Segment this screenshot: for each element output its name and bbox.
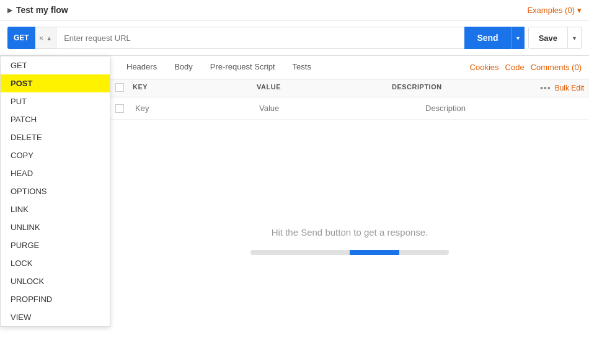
key-input[interactable] bbox=[133, 100, 257, 117]
main-area: GETPOSTPUTPATCHDELETECOPYHEADOPTIONSLINK… bbox=[0, 56, 589, 362]
comments-button[interactable]: Comments (0) bbox=[531, 63, 582, 72]
dropdown-item-copy[interactable]: COPY bbox=[1, 146, 110, 164]
response-progress-bar bbox=[250, 250, 449, 255]
url-input[interactable] bbox=[56, 27, 464, 49]
method-dropdown-controls: × ▲ bbox=[35, 27, 57, 49]
more-options-icon[interactable]: ••• bbox=[540, 83, 551, 93]
progress-center bbox=[350, 250, 399, 255]
send-dropdown-button[interactable]: ▾ bbox=[511, 27, 525, 49]
value-cell bbox=[257, 100, 423, 117]
examples-button[interactable]: Examples (0) ▾ bbox=[527, 6, 582, 15]
save-caret-icon: ▾ bbox=[573, 35, 576, 42]
progress-right bbox=[399, 250, 449, 255]
expand-arrow-icon[interactable]: ▶ bbox=[7, 6, 12, 14]
dropdown-item-patch[interactable]: PATCH bbox=[1, 110, 110, 128]
key-column-header: KEY bbox=[133, 83, 257, 93]
row-checkbox-cell bbox=[110, 104, 133, 113]
tab-pre-request-script[interactable]: Pre-request Script bbox=[202, 56, 284, 79]
header: ▶ Test my flow Examples (0) ▾ bbox=[0, 0, 589, 20]
select-all-checkbox[interactable] bbox=[115, 83, 124, 92]
progress-left bbox=[250, 250, 350, 255]
dropdown-item-put[interactable]: PUT bbox=[1, 92, 110, 110]
bulk-edit-button[interactable]: Bulk Edit bbox=[555, 84, 584, 92]
dropdown-item-unlink[interactable]: UNLINK bbox=[1, 218, 110, 236]
examples-caret-icon: ▾ bbox=[577, 6, 582, 15]
dropdown-item-link[interactable]: LINK bbox=[1, 200, 110, 218]
method-dropdown-menu: GETPOSTPUTPATCHDELETECOPYHEADOPTIONSLINK… bbox=[0, 56, 110, 327]
dropdown-item-options[interactable]: OPTIONS bbox=[1, 182, 110, 200]
save-group: Save ▾ bbox=[528, 27, 582, 49]
save-button[interactable]: Save bbox=[528, 27, 568, 49]
header-checkbox-cell bbox=[110, 83, 133, 93]
dropdown-item-post[interactable]: POST bbox=[1, 74, 110, 92]
row-checkbox[interactable] bbox=[115, 104, 124, 113]
method-button[interactable]: GET bbox=[7, 27, 35, 49]
cookies-button[interactable]: Cookies bbox=[470, 63, 499, 72]
code-button[interactable]: Code bbox=[505, 63, 525, 72]
method-label: GET bbox=[14, 33, 29, 42]
send-caret-icon: ▾ bbox=[516, 35, 520, 42]
key-cell bbox=[133, 100, 257, 117]
dropdown-item-purge[interactable]: PURGE bbox=[1, 236, 110, 254]
dropdown-item-get[interactable]: GET bbox=[1, 56, 110, 74]
send-button[interactable]: Send bbox=[464, 27, 510, 49]
page-title: Test my flow bbox=[16, 5, 527, 15]
examples-label: Examples (0) bbox=[527, 6, 575, 15]
description-cell bbox=[423, 100, 589, 117]
value-column-header: VALUE bbox=[257, 83, 392, 93]
description-input[interactable] bbox=[423, 100, 589, 117]
response-area: Hit the Send button to get a response. bbox=[110, 120, 589, 362]
tab-headers[interactable]: Headers bbox=[118, 56, 166, 79]
dropdown-item-propfind[interactable]: PROPFIND bbox=[1, 290, 110, 308]
value-input[interactable] bbox=[257, 100, 423, 117]
description-column-header: DESCRIPTION bbox=[392, 83, 527, 93]
method-caret-icon[interactable]: ▲ bbox=[46, 35, 52, 42]
send-group: Send ▾ bbox=[464, 27, 524, 49]
dropdown-item-unlock[interactable]: UNLOCK bbox=[1, 272, 110, 290]
dropdown-item-head[interactable]: HEAD bbox=[1, 164, 110, 182]
url-bar: GET × ▲ Send ▾ Save ▾ bbox=[0, 20, 589, 56]
tab-body[interactable]: Body bbox=[166, 56, 202, 79]
right-panel: Headers Body Pre-request Script Tests Co… bbox=[110, 56, 589, 362]
save-dropdown-button[interactable]: ▾ bbox=[568, 27, 582, 49]
dropdown-item-lock[interactable]: LOCK bbox=[1, 254, 110, 272]
tabs-row: Headers Body Pre-request Script Tests Co… bbox=[110, 56, 589, 79]
table-header: KEY VALUE DESCRIPTION ••• Bulk Edit bbox=[110, 79, 589, 97]
response-empty-text: Hit the Send button to get a response. bbox=[272, 227, 428, 237]
clear-method-icon[interactable]: × bbox=[39, 33, 44, 43]
dropdown-item-view[interactable]: VIEW bbox=[1, 308, 110, 326]
table-actions: ••• Bulk Edit bbox=[527, 83, 589, 93]
dropdown-item-delete[interactable]: DELETE bbox=[1, 128, 110, 146]
tab-tests[interactable]: Tests bbox=[284, 56, 320, 79]
tabs-right: Cookies Code Comments (0) bbox=[470, 63, 582, 72]
table-row bbox=[110, 97, 589, 120]
